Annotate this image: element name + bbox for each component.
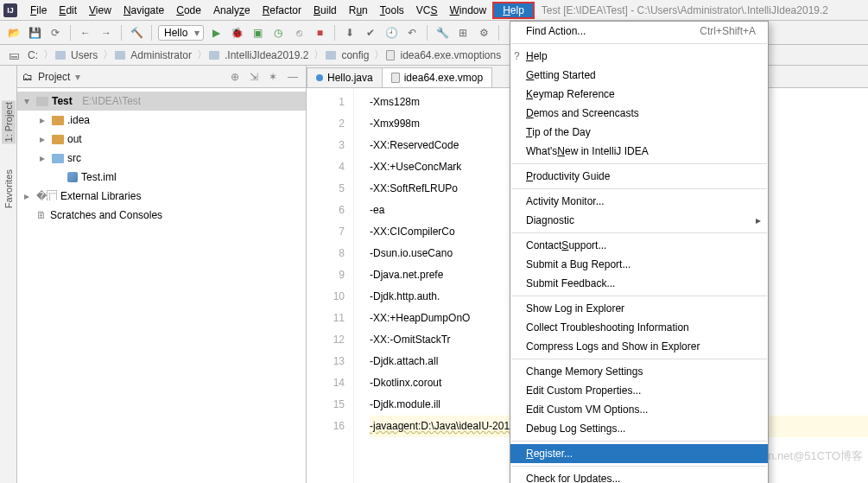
sidebar-tab-favorites[interactable]: Favorites (3, 169, 14, 208)
folder-icon (55, 51, 66, 60)
update-icon[interactable]: ⬇ (341, 24, 358, 41)
intellij-logo: IJ (3, 3, 17, 17)
help-tip[interactable]: Tip of the Day (510, 123, 768, 142)
crumb-admin[interactable]: Administrator (127, 49, 195, 61)
run-config-combo[interactable]: Hello (158, 25, 204, 41)
menu-navigate[interactable]: Navigate (117, 2, 170, 19)
tree-out[interactable]: ▸out (17, 130, 306, 149)
collapse-all-icon[interactable]: ✶ (266, 71, 280, 83)
crumb-file[interactable]: idea64.exe.vmoptions (396, 49, 504, 61)
crumb-drive[interactable]: C: (24, 49, 41, 61)
help-debuglog[interactable]: Debug Log Settings... (510, 419, 768, 438)
help-showlog[interactable]: Show Log in Explorer (510, 299, 768, 318)
help-updates[interactable]: Check for Updates... (510, 469, 768, 483)
menu-edit[interactable]: Edit (53, 2, 83, 19)
open-icon[interactable]: 📂 (5, 24, 22, 41)
tree-scratches[interactable]: 🗎Scratches and Consoles (17, 206, 306, 225)
sync-icon[interactable]: ⟳ (47, 24, 64, 41)
project-panel: 🗂 Project ▾ ⊕ ⇲ ✶ — ▾ Test E:\IDEA\Test … (17, 66, 307, 483)
menu-help[interactable]: Help (492, 2, 535, 19)
help-help[interactable]: ?Help (510, 47, 768, 66)
help-collect[interactable]: Collect Troubleshooting Information (510, 318, 768, 337)
file-icon (386, 50, 395, 60)
select-opened-icon[interactable]: ⊕ (228, 71, 242, 83)
window-title: Test [E:\IDEA\Test] - C:\Users\Administr… (542, 4, 828, 16)
wrench-icon[interactable]: 🔧 (434, 24, 451, 41)
file-icon (391, 73, 400, 83)
history-icon[interactable]: 🕘 (383, 24, 400, 41)
help-activity[interactable]: Activity Monitor... (510, 192, 768, 211)
question-icon: ? (514, 50, 520, 62)
run-icon[interactable]: ▶ (207, 24, 225, 41)
help-demos[interactable]: Demos and Screencasts (510, 104, 768, 123)
menu-file[interactable]: File (24, 2, 53, 19)
expand-all-icon[interactable]: ⇲ (247, 71, 261, 83)
help-productivity[interactable]: Productivity Guide (510, 167, 768, 186)
menu-tools[interactable]: Tools (374, 2, 410, 19)
project-tool-icon: 🗂 (22, 71, 33, 83)
help-contact[interactable]: Contact Support... (510, 236, 768, 255)
forward-icon[interactable]: → (98, 24, 115, 41)
back-icon[interactable]: ← (77, 24, 94, 41)
panel-title: Project (38, 71, 70, 83)
build-icon[interactable]: 🔨 (128, 24, 145, 41)
help-keymap[interactable]: Keymap Reference (510, 85, 768, 104)
menu-view[interactable]: View (83, 2, 117, 19)
help-bug[interactable]: Submit a Bug Report... (510, 255, 768, 274)
help-compress[interactable]: Compress Logs and Show in Explorer (510, 337, 768, 356)
save-icon[interactable]: 💾 (26, 24, 43, 41)
menu-run[interactable]: Run (343, 2, 374, 19)
source-folder-icon (52, 154, 64, 163)
library-icon: �⿸ (36, 190, 57, 202)
folder-icon (326, 51, 336, 60)
help-vmopts[interactable]: Edit Custom VM Options... (510, 400, 768, 419)
class-icon (316, 74, 323, 81)
debug-icon[interactable]: 🐞 (228, 24, 245, 41)
help-register[interactable]: Register... (510, 444, 768, 463)
stop-icon[interactable]: ■ (311, 24, 328, 41)
profile-icon[interactable]: ◷ (269, 24, 287, 41)
help-find-action[interactable]: Find Action...Ctrl+Shift+A (510, 22, 768, 41)
crumb-idea[interactable]: .IntelliJIdea2019.2 (221, 49, 312, 61)
tree-root[interactable]: ▾ Test E:\IDEA\Test (17, 92, 306, 111)
help-diagnostic[interactable]: Diagnostic▸ (510, 211, 768, 230)
menu-analyze[interactable]: Analyze (207, 2, 257, 19)
menu-code[interactable]: Code (170, 2, 207, 19)
crumb-config[interactable]: config (338, 49, 372, 61)
tab-vmoptions[interactable]: idea64.exe.vmop (382, 67, 492, 87)
module-icon (36, 97, 48, 106)
crumb-users[interactable]: Users (67, 49, 101, 61)
tree-iml[interactable]: Test.iml (17, 168, 306, 187)
commit-icon[interactable]: ✔ (362, 24, 379, 41)
left-toolstrip: 1: Project Favorites (0, 66, 17, 483)
sdk-icon[interactable]: ⚙ (475, 24, 492, 41)
menu-refactor[interactable]: Refactor (257, 2, 307, 19)
help-getting-started[interactable]: Getting Started (510, 66, 768, 85)
iml-icon (67, 172, 78, 182)
tree-libs[interactable]: ▸�⿸External Libraries (17, 187, 306, 206)
folder-icon (52, 135, 64, 144)
revert-icon[interactable]: ↶ (403, 24, 421, 41)
structure-icon[interactable]: ⊞ (454, 24, 472, 41)
tab-hello[interactable]: Hello.java (307, 67, 383, 87)
tree-idea[interactable]: ▸.idea (17, 111, 306, 130)
menu-vcs[interactable]: VCS (410, 2, 444, 19)
attach-icon[interactable]: ⎋ (290, 24, 307, 41)
drive-icon: 🖴 (5, 47, 22, 64)
menubar: IJ File Edit View Navigate Code Analyze … (0, 0, 868, 21)
help-menu-popup: Find Action...Ctrl+Shift+A ?Help Getting… (510, 21, 769, 483)
project-tree: ▾ Test E:\IDEA\Test ▸.idea ▸out ▸src Tes… (17, 88, 306, 228)
folder-icon (209, 51, 219, 60)
help-props[interactable]: Edit Custom Properties... (510, 381, 768, 400)
menu-build[interactable]: Build (307, 2, 343, 19)
folder-icon (115, 51, 125, 60)
menu-window[interactable]: Window (443, 2, 492, 19)
help-memory[interactable]: Change Memory Settings (510, 362, 768, 381)
chevron-right-icon: ▸ (756, 214, 761, 226)
help-whatsnew[interactable]: What's New in IntelliJ IDEA (510, 142, 768, 161)
help-feedback[interactable]: Submit Feedback... (510, 274, 768, 293)
sidebar-tab-project[interactable]: 1: Project (2, 100, 16, 143)
tree-src[interactable]: ▸src (17, 149, 306, 168)
settings-icon[interactable]: — (285, 71, 301, 83)
coverage-icon[interactable]: ▣ (249, 24, 266, 41)
